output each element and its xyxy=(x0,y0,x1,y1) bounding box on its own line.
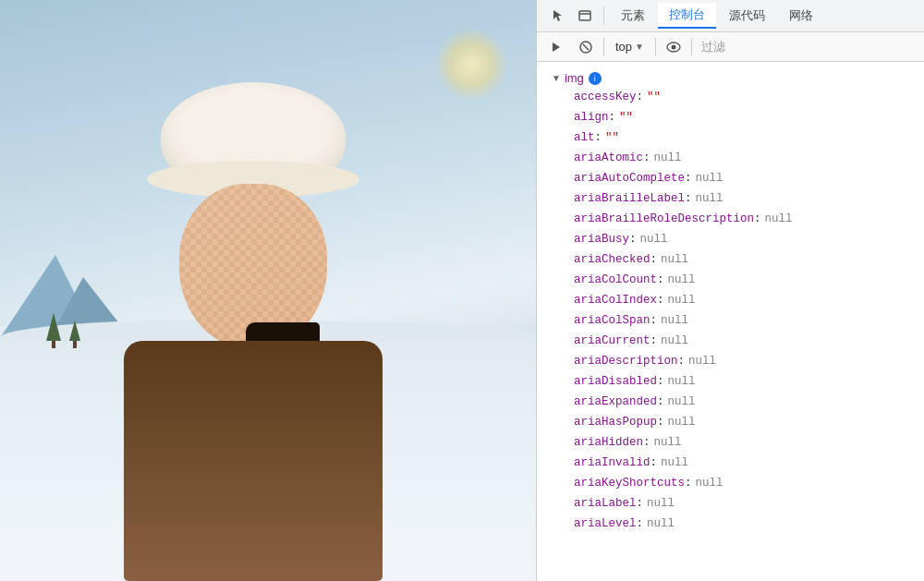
context-selector[interactable]: top ▼ xyxy=(610,38,650,55)
prop-colon: : xyxy=(650,311,658,330)
svg-point-6 xyxy=(671,44,675,49)
prop-key: ariaLabel xyxy=(574,494,637,513)
tab-console[interactable]: 控制台 xyxy=(658,3,716,29)
property-row: ariaBusy: null xyxy=(537,229,924,249)
tree-left xyxy=(46,313,61,348)
prop-colon: : xyxy=(637,514,644,533)
prop-value: null xyxy=(654,433,682,452)
property-row: ariaHasPopup: null xyxy=(537,412,924,432)
prop-colon: : xyxy=(657,291,664,309)
prop-key: ariaCurrent xyxy=(574,332,650,350)
prop-key: ariaHidden xyxy=(574,433,643,452)
eye-button[interactable] xyxy=(662,35,686,59)
property-row: ariaKeyShortcuts: null xyxy=(537,473,924,493)
property-row: ariaInvalid: null xyxy=(537,453,924,473)
prop-key: ariaAtomic xyxy=(574,149,643,167)
property-row: ariaExpanded: null xyxy=(537,392,924,412)
rectangle-icon[interactable] xyxy=(572,3,598,29)
prop-colon: : xyxy=(609,108,616,127)
prop-key: ariaBrailleLabel xyxy=(574,189,685,208)
property-row: ariaColSpan: null xyxy=(537,310,924,331)
prop-key: ariaKeyShortcuts xyxy=(574,474,685,492)
property-row: ariaAutoComplete: null xyxy=(537,168,924,188)
tab-sources[interactable]: 源代码 xyxy=(718,3,776,29)
image-panel xyxy=(0,0,536,581)
prop-colon: : xyxy=(643,149,650,167)
element-header: ▼ img i xyxy=(537,69,924,87)
prop-key: ariaBrailleRoleDescription xyxy=(574,210,754,228)
prop-value: null xyxy=(661,250,688,269)
property-row: accessKey: "" xyxy=(537,87,924,107)
prop-value: null xyxy=(668,271,696,289)
prop-colon: : xyxy=(657,271,664,289)
prop-value: null xyxy=(654,149,682,167)
prop-key: accessKey xyxy=(574,88,637,106)
cursor-icon[interactable] xyxy=(544,3,570,29)
prop-key: alt xyxy=(574,128,595,147)
svg-marker-2 xyxy=(553,42,560,52)
property-row: alt: "" xyxy=(537,127,924,148)
prop-colon: : xyxy=(657,393,664,411)
property-row: align: "" xyxy=(537,107,924,127)
coat-body xyxy=(124,341,383,581)
prop-colon: : xyxy=(685,189,692,208)
tree-right xyxy=(69,321,80,348)
prop-value: null xyxy=(661,311,688,330)
photo-scene xyxy=(0,0,536,581)
prop-key: ariaChecked xyxy=(574,250,650,269)
property-row: ariaLevel: null xyxy=(537,514,924,534)
tab-elements[interactable]: 元素 xyxy=(610,3,656,29)
prop-value: null xyxy=(647,494,675,513)
devtools-toolbar: top ▼ xyxy=(537,32,924,62)
prop-value: null xyxy=(668,393,696,411)
property-row: ariaDescription: null xyxy=(537,351,924,371)
filter-input[interactable] xyxy=(698,38,917,55)
property-rows: accessKey: ""align: ""alt: ""ariaAtomic:… xyxy=(537,87,924,534)
prop-key: ariaLevel xyxy=(574,514,637,533)
prop-key: ariaExpanded xyxy=(574,393,657,411)
prop-key: ariaHasPopup xyxy=(574,413,657,431)
prop-colon: : xyxy=(657,372,664,391)
prop-colon: : xyxy=(685,474,692,492)
stop-button[interactable] xyxy=(574,35,598,59)
prop-value: "" xyxy=(619,108,633,127)
prop-colon: : xyxy=(650,454,658,472)
prop-value: null xyxy=(661,332,688,350)
property-row: ariaBrailleRoleDescription: null xyxy=(537,209,924,229)
prop-value: null xyxy=(688,352,716,370)
prop-value: null xyxy=(668,413,696,431)
prop-colon: : xyxy=(657,413,664,431)
play-button[interactable] xyxy=(544,35,568,59)
prop-value: null xyxy=(668,372,696,391)
devtools-tab-bar: 元素 控制台 源代码 网络 xyxy=(537,0,924,32)
prop-value: null xyxy=(640,230,668,248)
prop-colon: : xyxy=(754,210,761,228)
prop-key: ariaColSpan xyxy=(574,311,650,330)
prop-key: ariaAutoComplete xyxy=(574,169,685,188)
property-row: ariaAtomic: null xyxy=(537,148,924,168)
prop-value: "" xyxy=(647,88,661,106)
property-row: ariaChecked: null xyxy=(537,249,924,270)
property-row: ariaCurrent: null xyxy=(537,331,924,351)
property-row: ariaLabel: null xyxy=(537,493,924,514)
prop-colon: : xyxy=(678,352,686,370)
prop-colon: : xyxy=(643,433,650,452)
prop-colon: : xyxy=(629,230,637,248)
prop-key: align xyxy=(574,108,609,127)
info-icon[interactable]: i xyxy=(589,72,602,85)
prop-colon: : xyxy=(637,494,644,513)
property-row: ariaHidden: null xyxy=(537,432,924,453)
collapse-triangle[interactable]: ▼ xyxy=(552,73,561,83)
person-figure xyxy=(105,82,401,581)
prop-value: null xyxy=(647,514,675,533)
properties-panel: ▼ img i accessKey: ""align: ""alt: ""ari… xyxy=(537,62,924,581)
svg-rect-0 xyxy=(579,11,590,20)
property-row: ariaBrailleLabel: null xyxy=(537,188,924,209)
prop-value: null xyxy=(661,454,688,472)
prop-value: null xyxy=(696,474,723,492)
prop-key: ariaDisabled xyxy=(574,372,657,391)
prop-colon: : xyxy=(650,332,658,350)
prop-key: ariaBusy xyxy=(574,230,629,248)
prop-key: ariaColCount xyxy=(574,271,657,289)
tab-network[interactable]: 网络 xyxy=(778,3,824,29)
